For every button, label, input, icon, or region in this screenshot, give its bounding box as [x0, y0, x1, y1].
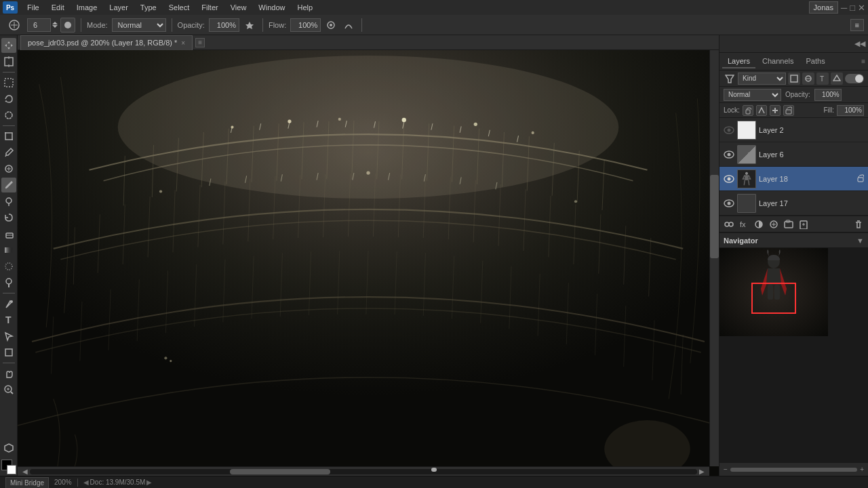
- menu-type[interactable]: Type: [135, 2, 162, 13]
- filter-type-btn[interactable]: T: [816, 73, 829, 85]
- lock-all-btn[interactable]: [783, 105, 794, 116]
- zoom-slider[interactable]: [730, 468, 857, 472]
- user-dropdown[interactable]: Jonas: [809, 1, 838, 14]
- delete-layer-icon[interactable]: [852, 218, 865, 231]
- blur-tool[interactable]: [1, 259, 16, 274]
- smoothing-btn[interactable]: [341, 18, 356, 33]
- menu-edit[interactable]: Edit: [46, 2, 70, 13]
- layer-item[interactable]: Layer 6: [719, 142, 868, 167]
- filter-kind-dropdown[interactable]: Kind: [738, 73, 786, 85]
- status-right-arrow[interactable]: ▶: [146, 479, 152, 486]
- zoom-slider-handle[interactable]: [431, 468, 437, 472]
- lock-position-btn[interactable]: [770, 105, 781, 116]
- airbrush-btn[interactable]: [323, 18, 338, 33]
- mask-icon[interactable]: [752, 218, 766, 231]
- clone-stamp-tool[interactable]: [1, 194, 16, 209]
- opacity-input[interactable]: [209, 18, 239, 32]
- scroll-thumb[interactable]: [230, 469, 330, 474]
- marquee-tool[interactable]: [1, 75, 16, 90]
- lock-image-btn[interactable]: [756, 105, 767, 116]
- menu-image[interactable]: Image: [71, 2, 103, 13]
- layer-item[interactable]: Layer 17: [719, 191, 868, 216]
- canvas-viewport[interactable]: [18, 50, 719, 476]
- quick-select-tool[interactable]: [1, 108, 16, 123]
- crop-tool[interactable]: [1, 129, 16, 144]
- horizontal-scrollbar[interactable]: ◀ ▶: [18, 466, 709, 476]
- path-select-tool[interactable]: [1, 329, 16, 344]
- maximize-button[interactable]: □: [850, 3, 855, 13]
- shape-tool[interactable]: [1, 345, 16, 360]
- scroll-right-arrow[interactable]: ▶: [697, 467, 707, 476]
- canvas-tab[interactable]: pose_jdr03.psd @ 200% (Layer 18, RGB/8) …: [20, 35, 193, 50]
- vertical-scrollbar[interactable]: [709, 50, 719, 466]
- brush-size-up[interactable]: [52, 22, 58, 24]
- brush-tool[interactable]: [1, 178, 16, 192]
- status-left-arrow[interactable]: ◀: [83, 479, 89, 486]
- scroll-left-arrow[interactable]: ◀: [20, 467, 30, 476]
- layer-item-active[interactable]: Layer 18: [719, 167, 868, 191]
- brush-size-input[interactable]: [27, 18, 51, 32]
- lasso-tool[interactable]: [1, 92, 16, 106]
- menu-layer[interactable]: Layer: [104, 2, 134, 13]
- opacity-value-input[interactable]: [814, 89, 842, 101]
- adjustment-icon[interactable]: [767, 218, 781, 231]
- workspace-btn[interactable]: ≡: [850, 19, 864, 31]
- filter-icon[interactable]: [724, 73, 736, 85]
- filter-toggle[interactable]: [845, 74, 864, 83]
- canvas-tab-close[interactable]: ×: [181, 39, 185, 47]
- layers-panel-collapse[interactable]: ≡: [861, 58, 865, 65]
- menu-window[interactable]: Window: [253, 2, 290, 13]
- tab-channels[interactable]: Channels: [757, 55, 799, 68]
- brush-hardness-btn[interactable]: [60, 18, 75, 33]
- opacity-pressure-btn[interactable]: [242, 18, 257, 33]
- vertical-scroll-thumb[interactable]: [710, 175, 719, 258]
- zoom-tool[interactable]: [1, 382, 16, 397]
- link-layers-icon[interactable]: [722, 218, 736, 231]
- new-layer-icon[interactable]: [797, 218, 810, 231]
- foreground-color[interactable]: [1, 460, 16, 474]
- brush-size-down[interactable]: [52, 25, 58, 28]
- menu-view[interactable]: View: [225, 2, 252, 13]
- pen-tool[interactable]: [1, 296, 16, 311]
- layer-visibility-toggle[interactable]: [724, 125, 734, 136]
- brush-preset-picker[interactable]: [4, 18, 24, 33]
- menu-file[interactable]: File: [22, 2, 45, 13]
- gradient-tool[interactable]: [1, 243, 16, 258]
- layer-visibility-toggle[interactable]: [724, 198, 734, 209]
- filter-pixel-btn[interactable]: [788, 73, 800, 85]
- menu-help[interactable]: Help: [292, 2, 318, 13]
- navigator-thumbnail[interactable]: [719, 248, 868, 462]
- panel-toggle-btn[interactable]: ≡: [195, 38, 205, 47]
- filter-adjust-btn[interactable]: [802, 73, 814, 85]
- close-button[interactable]: ✕: [858, 3, 865, 13]
- mode-dropdown[interactable]: Normal: [112, 18, 166, 32]
- fill-value-input[interactable]: [837, 105, 864, 116]
- filter-shape-btn[interactable]: [831, 73, 843, 85]
- dodge-tool[interactable]: [1, 275, 16, 290]
- eyedropper-tool[interactable]: [1, 145, 16, 160]
- menu-filter[interactable]: Filter: [196, 2, 223, 13]
- minimize-button[interactable]: ─: [841, 3, 847, 13]
- navigator-collapse[interactable]: ▼: [856, 237, 864, 245]
- layer-item[interactable]: Layer 2: [719, 118, 868, 142]
- zoom-out-icon[interactable]: −: [724, 466, 728, 473]
- move-tool[interactable]: [1, 38, 16, 53]
- zoom-in-icon[interactable]: +: [860, 466, 864, 473]
- hand-tool[interactable]: [1, 366, 16, 381]
- layer-visibility-toggle[interactable]: [724, 174, 734, 184]
- lock-transparency-btn[interactable]: [743, 105, 753, 116]
- text-tool[interactable]: T: [1, 312, 16, 327]
- 3d-tool[interactable]: [1, 441, 16, 455]
- tab-paths[interactable]: Paths: [801, 55, 831, 68]
- history-brush-tool[interactable]: [1, 210, 16, 225]
- new-group-icon[interactable]: [782, 218, 795, 231]
- heal-tool[interactable]: [1, 161, 16, 176]
- scroll-track[interactable]: [30, 469, 697, 474]
- eraser-tool[interactable]: [1, 226, 16, 241]
- flow-input[interactable]: [290, 18, 321, 32]
- artboard-tool[interactable]: [1, 54, 16, 69]
- mini-bridge-btn[interactable]: Mini Bridge: [5, 477, 49, 488]
- right-panel-collapse[interactable]: ◀◀: [854, 39, 865, 48]
- menu-select[interactable]: Select: [163, 2, 195, 13]
- blend-mode-dropdown[interactable]: Normal: [724, 89, 781, 101]
